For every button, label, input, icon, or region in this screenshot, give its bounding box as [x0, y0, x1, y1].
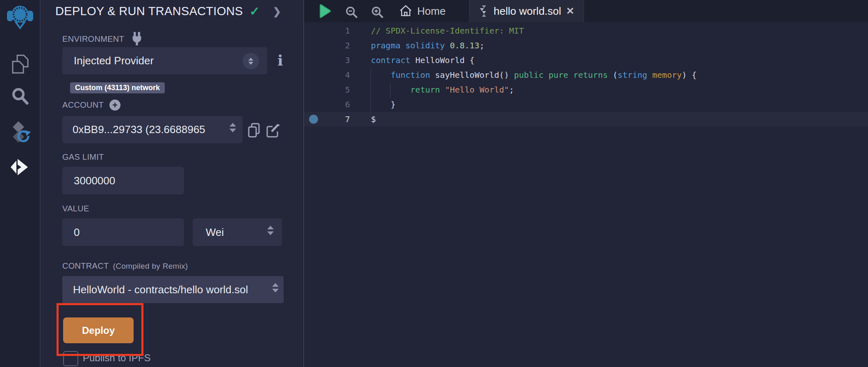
- line-text: $: [371, 114, 376, 124]
- contract-select[interactable]: HelloWorld - contracts/hello world.sol: [62, 276, 284, 303]
- contract-note: (Compiled by Remix): [113, 262, 188, 271]
- code-line: 1// SPDX-License-Identifier: MIT: [304, 23, 868, 38]
- panel-title: DEPLOY & RUN TRANSACTIONS: [55, 5, 243, 18]
- line-text: // SPDX-License-Identifier: MIT: [371, 26, 524, 36]
- home-icon: [399, 5, 412, 18]
- icon-sidebar: [0, 0, 41, 367]
- breakpoint-gutter[interactable]: [304, 112, 323, 127]
- zoom-in-icon[interactable]: [371, 6, 384, 19]
- code-line: 6 }: [304, 97, 868, 112]
- indent-guide: [390, 84, 391, 98]
- environment-label-row: ENVIRONMENT: [62, 32, 144, 46]
- line-number: 5: [323, 85, 350, 95]
- line-number: 4: [323, 70, 350, 80]
- line-number: 6: [323, 100, 350, 109]
- code-line: 3contract HelloWorld {: [304, 53, 868, 68]
- breakpoint-gutter[interactable]: [304, 97, 323, 112]
- remix-logo: [7, 3, 33, 31]
- environment-select[interactable]: Injected Provider: [62, 47, 267, 75]
- gas-limit-label: GAS LIMIT: [62, 152, 104, 162]
- copy-account-icon[interactable]: [247, 122, 261, 138]
- value-unit-select[interactable]: Wei: [193, 218, 282, 246]
- remix-logo-icon[interactable]: [0, 3, 40, 31]
- line-text: contract HelloWorld {: [371, 55, 475, 65]
- solidity-file-icon: [479, 5, 489, 17]
- plug-icon: [130, 32, 144, 46]
- edit-account-icon[interactable]: [265, 122, 281, 138]
- network-badge: Custom (43113) network: [70, 82, 165, 93]
- value-input[interactable]: 0: [62, 218, 184, 246]
- publish-to-ipfs-label: Publish to IPFS: [83, 352, 150, 364]
- line-number: 2: [323, 41, 350, 50]
- account-select-arrows-icon: [229, 123, 236, 132]
- close-tab-icon[interactable]: ✕: [566, 5, 574, 17]
- publish-to-ipfs-checkbox[interactable]: [63, 351, 78, 366]
- value-label-row: VALUE: [62, 204, 89, 213]
- run-script-icon[interactable]: [318, 4, 332, 18]
- account-value: 0xBB9...29733 (23.6688965: [73, 123, 205, 136]
- unit-select-arrows-icon: [267, 226, 274, 235]
- tab-file-label: hello world.sol: [494, 5, 561, 18]
- line-number: 1: [323, 26, 350, 36]
- environment-select-arrows-icon: [243, 53, 259, 69]
- line-text: return "Hello World";: [371, 85, 514, 95]
- deploy-button[interactable]: Deploy: [63, 317, 134, 343]
- contract-select-arrows-icon: [272, 283, 279, 292]
- line-text: pragma solidity 0.8.13;: [371, 41, 484, 50]
- indent-guide: [370, 69, 371, 113]
- breakpoint-gutter[interactable]: [304, 38, 323, 53]
- breakpoint-gutter[interactable]: [304, 23, 323, 38]
- check-icon: ✓: [250, 4, 260, 18]
- code-line: 7$: [304, 112, 868, 127]
- editor-tabbar: Home hello world.sol ✕: [304, 0, 868, 22]
- tab-home-label: Home: [417, 5, 445, 18]
- account-label: ACCOUNT: [62, 100, 104, 110]
- breakpoint-dot-icon[interactable]: [309, 115, 318, 124]
- environment-label: ENVIRONMENT: [62, 34, 124, 44]
- gas-limit-input[interactable]: 3000000: [62, 167, 184, 195]
- account-label-row: ACCOUNT +: [62, 100, 120, 111]
- tab-home[interactable]: Home: [395, 0, 450, 22]
- info-icon[interactable]: i: [277, 52, 283, 69]
- value-unit: Wei: [206, 226, 224, 239]
- remix-app: DEPLOY & RUN TRANSACTIONS ✓ ❯ ENVIRONMEN…: [0, 0, 868, 367]
- code-area[interactable]: 1// SPDX-License-Identifier: MIT2pragma …: [304, 22, 868, 367]
- deploy-run-icon[interactable]: [0, 156, 40, 178]
- environment-value: Injected Provider: [74, 54, 154, 67]
- gas-limit-value: 3000000: [74, 174, 115, 187]
- code-editor: Home hello world.sol ✕ 1// SPDX-License-…: [304, 0, 868, 367]
- code-lines: 1// SPDX-License-Identifier: MIT2pragma …: [304, 23, 868, 127]
- zoom-out-icon[interactable]: [345, 6, 358, 19]
- solidity-compiler-icon[interactable]: [0, 120, 40, 146]
- line-number: 7: [323, 114, 350, 124]
- panel-header: DEPLOY & RUN TRANSACTIONS ✓ ❯: [55, 4, 281, 18]
- tab-file-active[interactable]: hello world.sol ✕: [469, 0, 584, 22]
- deploy-run-panel: DEPLOY & RUN TRANSACTIONS ✓ ❯ ENVIRONMEN…: [41, 0, 304, 367]
- gas-limit-label-row: GAS LIMIT: [62, 152, 104, 162]
- breakpoint-gutter[interactable]: [304, 68, 323, 82]
- file-explorer-icon[interactable]: [0, 53, 40, 75]
- line-text: function sayHelloWorld() public pure ret…: [371, 70, 697, 80]
- add-account-icon[interactable]: +: [109, 100, 120, 111]
- line-number: 3: [323, 55, 350, 65]
- account-select[interactable]: 0xBB9...29733 (23.6688965: [62, 116, 243, 143]
- breakpoint-gutter[interactable]: [304, 82, 323, 97]
- value-amount: 0: [74, 226, 80, 239]
- contract-label-row: CONTRACT (Compiled by Remix): [62, 261, 188, 271]
- value-label: VALUE: [62, 204, 89, 213]
- line-text: }: [371, 100, 395, 109]
- search-icon[interactable]: [0, 86, 40, 106]
- code-line: 5 return "Hello World";: [304, 82, 868, 97]
- code-line: 4 function sayHelloWorld() public pure r…: [304, 68, 868, 82]
- breakpoint-gutter[interactable]: [304, 53, 323, 68]
- contract-label: CONTRACT: [62, 261, 109, 271]
- collapse-chevron-icon[interactable]: ❯: [273, 6, 281, 17]
- contract-value: HelloWorld - contracts/hello world.sol: [73, 283, 248, 296]
- code-line: 2pragma solidity 0.8.13;: [304, 38, 868, 53]
